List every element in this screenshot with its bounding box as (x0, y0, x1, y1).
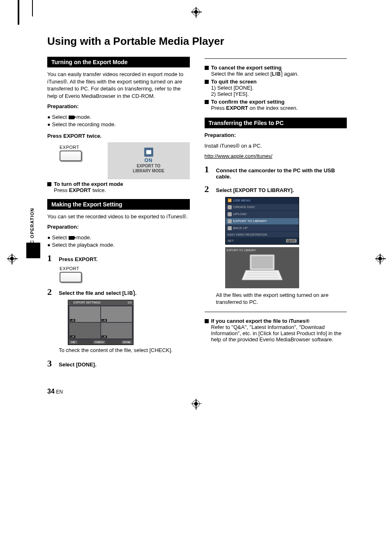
screen-preview: ON EXPORT TO LIBRARY MODE (108, 142, 190, 179)
step-number: 2 (205, 184, 212, 195)
step-note: To check the content of the file, select… (59, 347, 190, 354)
preparation-label: Preparation: (47, 223, 190, 231)
note-body: 1) Select [DONE]. (211, 85, 347, 91)
bullet-list: Select mode. Select the playback mode. (47, 234, 190, 249)
body-text: You can easily transfer videos recorded … (47, 71, 190, 100)
step-note: All the files with the export setting tu… (216, 292, 347, 306)
section-heading: Making the Export Setting (47, 199, 190, 210)
preparation-label: Preparation: (47, 103, 190, 110)
step-text: Select [DONE]. (59, 361, 190, 368)
export-button-icon (60, 151, 82, 161)
note-title: To quit the screen (211, 79, 347, 85)
list-item: Select the playback mode. (47, 241, 190, 249)
section-heading: Turning on the Export Mode (47, 57, 190, 67)
bullet-list: Select mode. Select the recording mode. (47, 113, 190, 128)
export-button-icon (60, 272, 82, 283)
export-button-diagram: EXPORT (60, 145, 82, 161)
instruction: Press EXPORT twice. (47, 132, 190, 140)
note-title: To cancel the export setting (211, 65, 347, 71)
library-icon (144, 148, 153, 157)
camera-screenshot: 🎥 EXPORT SETTINGS 1/3 LIB.CHECKDONE (68, 300, 134, 345)
square-bullet-icon (205, 66, 209, 70)
list-item: Select mode. (47, 113, 190, 121)
usb-menu-screenshot: 📶USB MENU CREATE DISC UPLOAD EXPORT TO L… (225, 197, 299, 245)
step-number: 1 (205, 164, 212, 175)
page-number: 34 EN (47, 388, 347, 395)
step-number: 3 (47, 358, 55, 369)
step-text: Press EXPORT. (59, 256, 190, 262)
svg-rect-1 (251, 256, 273, 269)
step-number: 2 (47, 287, 55, 297)
list-item: Select mode. (47, 234, 190, 241)
note-body: Press EXPORT on the index screen. (211, 105, 347, 111)
lib-icon: LIB (272, 71, 281, 77)
note-title: To confirm the export setting (211, 99, 347, 105)
note-body: Press EXPORT twice. (54, 187, 190, 193)
note-body: Refer to "Q&A", "Latest Information", "D… (211, 324, 347, 343)
laptop-icon (240, 251, 285, 284)
square-bullet-icon (205, 80, 209, 84)
square-bullet-icon (205, 319, 209, 323)
body-text: Install iTunes® on a PC. (205, 142, 347, 150)
left-column: Turning on the Export Mode You can easil… (47, 57, 190, 371)
square-bullet-icon (47, 182, 51, 186)
right-column: To cancel the export setting Select the … (205, 57, 347, 371)
body-text: You can set the recorded videos to be ex… (47, 213, 190, 220)
export-button-diagram: EXPORT (60, 266, 190, 283)
page-title: Using with a Portable Media Player (47, 35, 347, 48)
step-text: Select the file and select [LIB]. (59, 290, 190, 296)
note-body: 2) Select [YES]. (211, 91, 347, 97)
note-body: Select the file and select [LIB] again. (211, 71, 347, 77)
video-mode-icon (69, 116, 74, 119)
note-title: To turn off the export mode (54, 181, 190, 187)
video-mode-icon (69, 236, 74, 240)
itunes-link[interactable]: http://www.apple.com/itunes/ (205, 153, 272, 159)
list-item: Select the recording mode. (47, 121, 190, 128)
note-title: If you cannot export the file to iTunes® (211, 318, 347, 324)
preparation-label: Preparation: (205, 132, 347, 139)
square-bullet-icon (205, 100, 209, 104)
step-text: Connect the camcorder to the PC with the… (216, 167, 347, 180)
laptop-screenshot: EXPORT TO LIBRARY (225, 247, 299, 288)
lib-icon: LIB (124, 290, 133, 296)
section-heading: Transferring the Files to PC (205, 118, 347, 128)
step-text: Select [EXPORT TO LIBRARY]. (216, 187, 347, 193)
step-number: 1 (47, 253, 55, 264)
